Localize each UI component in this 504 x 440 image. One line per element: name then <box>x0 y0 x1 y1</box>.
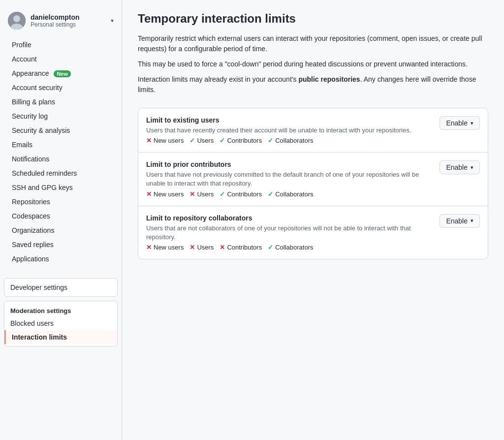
tag-users-3: ✕ Users <box>189 244 214 251</box>
sidebar-link-security-log[interactable]: Security log <box>4 109 118 123</box>
sidebar-nav: Profile Account Appearance New Account s… <box>0 38 122 266</box>
user-subtitle: Personal settings <box>31 21 106 28</box>
sidebar-item-emails[interactable]: Emails <box>0 138 122 152</box>
sidebar-link-emails[interactable]: Emails <box>4 138 118 152</box>
enable-button-repo-collaborators[interactable]: Enable ▾ <box>440 214 480 228</box>
sidebar-link-interaction-limits[interactable]: Interaction limits <box>4 330 117 344</box>
sidebar-link-ssh-gpg[interactable]: SSH and GPG keys <box>4 181 118 194</box>
sidebar-item-organizations[interactable]: Organizations <box>0 223 122 237</box>
chevron-down-icon: ▾ <box>471 120 473 126</box>
sidebar-item-security-analysis[interactable]: Security & analysis <box>0 124 122 137</box>
sidebar-link-security-analysis[interactable]: Security & analysis <box>4 124 118 137</box>
limit-tags-existing-users: ✕ New users ✓ Users ✓ Contributors ✓ Col… <box>146 137 480 144</box>
tag-collaborators-2: ✓ Collaborators <box>268 190 313 198</box>
limit-title-prior-contributors: Limit to prior contributors <box>146 160 440 168</box>
description-3: Interaction limits may already exist in … <box>138 74 488 95</box>
sidebar-link-profile[interactable]: Profile <box>4 38 118 52</box>
tag-users-2: ✕ Users <box>189 190 214 198</box>
enable-button-prior-contributors[interactable]: Enable ▾ <box>440 160 480 174</box>
description-2: This may be used to force a "cool-down" … <box>138 59 488 69</box>
chevron-down-icon: ▾ <box>471 218 473 224</box>
limit-card-existing-users: Limit to existing users Users that have … <box>138 108 488 153</box>
limits-container: Limit to existing users Users that have … <box>138 108 488 259</box>
description-3-bold: public repositories <box>298 75 360 83</box>
sidebar-link-repositories[interactable]: Repositories <box>4 195 118 209</box>
limit-desc-repo-collaborators: Users that are not collaborators of one … <box>146 224 440 242</box>
sidebar-item-repositories[interactable]: Repositories <box>0 195 122 209</box>
sidebar-item-codespaces[interactable]: Codespaces <box>0 209 122 223</box>
svg-point-1 <box>13 15 20 22</box>
limit-title-repo-collaborators: Limit to repository collaborators <box>146 214 440 222</box>
main-content: Temporary interaction limits Temporarily… <box>122 0 504 440</box>
sidebar: danielcompton Personal settings ▾ Profil… <box>0 0 122 440</box>
limit-title-existing-users: Limit to existing users <box>146 116 440 124</box>
limit-tags-repo-collaborators: ✕ New users ✕ Users ✕ Contributors ✓ Col… <box>146 244 480 251</box>
sidebar-link-notifications[interactable]: Notifications <box>4 152 118 166</box>
limit-tags-prior-contributors: ✕ New users ✕ Users ✓ Contributors ✓ Col… <box>146 190 480 198</box>
sidebar-item-applications[interactable]: Applications <box>0 252 122 266</box>
moderation-settings-section: Moderation settings Blocked users Intera… <box>4 301 118 346</box>
avatar <box>8 12 26 30</box>
sidebar-item-profile[interactable]: Profile <box>0 38 122 52</box>
enable-button-existing-users[interactable]: Enable ▾ <box>440 116 480 130</box>
sidebar-item-account[interactable]: Account <box>0 52 122 66</box>
chevron-down-icon: ▾ <box>471 164 473 171</box>
sidebar-item-billing[interactable]: Billing & plans <box>0 95 122 109</box>
tag-collaborators-3: ✓ Collaborators <box>268 244 313 251</box>
user-profile-link[interactable]: danielcompton Personal settings ▾ <box>0 8 122 37</box>
developer-settings-section: Developer settings <box>4 278 118 297</box>
description-3-pre: Interaction limits may already exist in … <box>138 75 298 83</box>
sidebar-link-applications[interactable]: Applications <box>4 252 118 266</box>
sidebar-item-saved-replies[interactable]: Saved replies <box>0 238 122 251</box>
sidebar-link-appearance[interactable]: Appearance New <box>4 66 118 80</box>
tag-new-users: ✕ New users <box>146 137 184 144</box>
sidebar-item-ssh-gpg[interactable]: SSH and GPG keys <box>0 181 122 194</box>
tag-new-users-2: ✕ New users <box>146 190 184 198</box>
username: danielcompton <box>31 13 106 21</box>
limit-card-prior-contributors: Limit to prior contributors Users that h… <box>138 153 488 206</box>
enable-btn-label: Enable <box>446 119 468 127</box>
sidebar-item-security-log[interactable]: Security log <box>0 109 122 123</box>
tag-contributors-2: ✓ Contributors <box>220 190 262 198</box>
enable-btn-label-2: Enable <box>446 163 468 171</box>
sidebar-link-saved-replies[interactable]: Saved replies <box>4 238 118 251</box>
limit-card-repo-collaborators: Limit to repository collaborators Users … <box>138 206 488 259</box>
sidebar-item-scheduled-reminders[interactable]: Scheduled reminders <box>0 166 122 180</box>
sidebar-link-organizations[interactable]: Organizations <box>4 223 118 237</box>
sidebar-item-notifications[interactable]: Notifications <box>0 152 122 166</box>
developer-settings-link[interactable]: Developer settings <box>4 281 117 294</box>
sidebar-link-billing[interactable]: Billing & plans <box>4 95 118 109</box>
chevron-down-icon: ▾ <box>111 17 114 24</box>
sidebar-link-codespaces[interactable]: Codespaces <box>4 209 118 223</box>
new-badge: New <box>54 70 71 77</box>
moderation-settings-title: Moderation settings <box>4 303 117 316</box>
tag-collaborators: ✓ Collaborators <box>268 137 313 144</box>
enable-btn-label-3: Enable <box>446 217 468 225</box>
limit-desc-existing-users: Users that have recently created their a… <box>146 126 440 135</box>
tag-users: ✓ Users <box>189 137 214 144</box>
limit-desc-prior-contributors: Users that have not previously committed… <box>146 170 440 188</box>
tag-new-users-3: ✕ New users <box>146 244 184 251</box>
sidebar-link-blocked-users[interactable]: Blocked users <box>4 316 117 330</box>
tag-contributors: ✓ Contributors <box>220 137 262 144</box>
description-1: Temporarily restrict which external user… <box>138 33 488 54</box>
sidebar-link-account[interactable]: Account <box>4 52 118 66</box>
sidebar-item-appearance[interactable]: Appearance New <box>0 66 122 80</box>
sidebar-link-account-security[interactable]: Account security <box>4 81 118 94</box>
sidebar-item-account-security[interactable]: Account security <box>0 81 122 94</box>
sidebar-link-scheduled-reminders[interactable]: Scheduled reminders <box>4 166 118 180</box>
page-title: Temporary interaction limits <box>138 12 488 26</box>
tag-contributors-3: ✕ Contributors <box>220 244 262 251</box>
